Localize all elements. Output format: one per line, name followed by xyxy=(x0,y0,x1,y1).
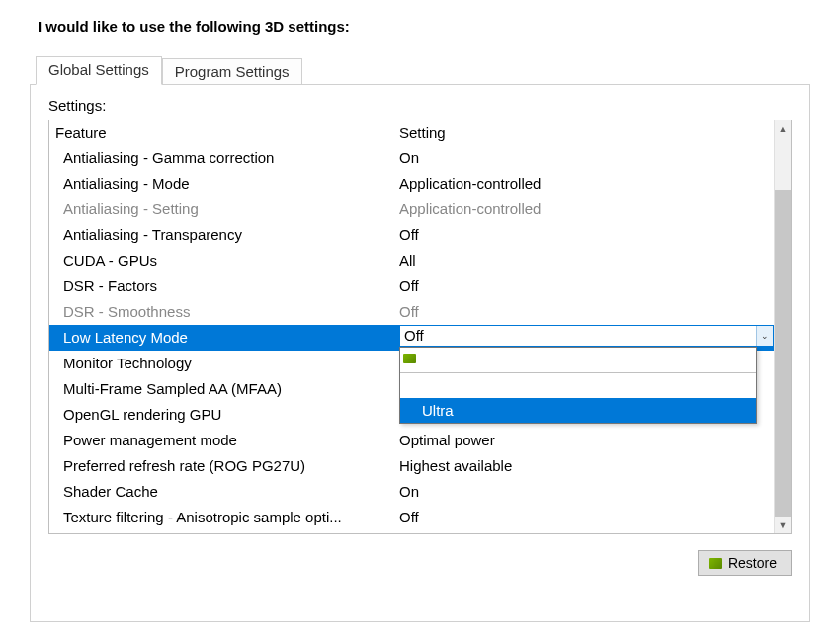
feature-cell: DSR - Smoothness xyxy=(53,301,399,323)
grid-header: Feature Setting xyxy=(49,120,774,145)
table-row[interactable]: DSR - SmoothnessOff xyxy=(49,299,774,325)
table-row[interactable]: Antialiasing - ModeApplication-controlle… xyxy=(49,171,774,197)
feature-cell: Multi-Frame Sampled AA (MFAA) xyxy=(53,378,399,400)
setting-cell: All xyxy=(399,250,774,272)
setting-cell: Application-controlled xyxy=(399,173,774,195)
scroll-up-arrow[interactable]: ▲ xyxy=(775,120,791,137)
table-row[interactable]: Antialiasing - Gamma correctionOn xyxy=(49,145,774,171)
chevron-down-icon[interactable]: ⌄ xyxy=(756,326,773,346)
table-row[interactable]: DSR - FactorsOff xyxy=(49,274,774,299)
feature-cell: Power management mode xyxy=(53,430,399,451)
table-row[interactable]: Preferred refresh rate (ROG PG27U)Highes… xyxy=(49,453,774,479)
settings-panel: Settings: Feature Setting Antialiasing -… xyxy=(30,84,810,622)
tabs: Global Settings Program Settings xyxy=(36,56,810,84)
setting-cell: Allow xyxy=(399,532,774,533)
setting-cell: Off xyxy=(399,224,774,246)
table-row[interactable]: Shader CacheOn xyxy=(49,479,774,505)
feature-cell: Texture filtering - Negative LOD bias xyxy=(53,532,399,533)
feature-cell: Monitor Technology xyxy=(53,353,399,374)
grid-body: Antialiasing - Gamma correctionOnAntiali… xyxy=(49,145,774,533)
feature-cell: DSR - Factors xyxy=(53,276,399,297)
vertical-scrollbar[interactable]: ▲ ▼ xyxy=(774,120,791,533)
dropdown-list[interactable]: OffOnUltra xyxy=(399,347,757,424)
feature-cell: Antialiasing - Setting xyxy=(53,199,399,220)
setting-cell: On xyxy=(399,147,774,169)
setting-cell: On xyxy=(399,481,774,503)
grid-scroll-area: Feature Setting Antialiasing - Gamma cor… xyxy=(49,120,774,533)
tab-global-settings[interactable]: Global Settings xyxy=(36,56,162,85)
restore-row: Restore xyxy=(48,550,792,576)
feature-cell: Low Latency Mode xyxy=(53,327,399,349)
setting-cell: Off xyxy=(399,276,774,297)
table-row[interactable]: CUDA - GPUsAll xyxy=(49,248,774,274)
tab-container: Global Settings Program Settings Setting… xyxy=(30,56,810,622)
settings-grid: Feature Setting Antialiasing - Gamma cor… xyxy=(48,120,792,534)
table-row[interactable]: Power management modeOptimal power xyxy=(49,428,774,453)
feature-cell: Antialiasing - Mode xyxy=(53,173,399,195)
column-header-feature[interactable]: Feature xyxy=(53,124,399,141)
restore-button-label: Restore xyxy=(728,555,777,571)
scroll-thumb[interactable] xyxy=(775,190,791,517)
restore-button[interactable]: Restore xyxy=(698,550,792,576)
combobox-value: Off xyxy=(400,325,756,347)
setting-cell: Highest available xyxy=(399,455,774,477)
feature-cell: CUDA - GPUs xyxy=(53,250,399,272)
table-row[interactable]: Antialiasing - TransparencyOff xyxy=(49,222,774,248)
table-row[interactable]: Texture filtering - Negative LOD biasAll… xyxy=(49,530,774,533)
dropdown-option[interactable]: Ultra xyxy=(400,398,756,423)
feature-cell: Preferred refresh rate (ROG PG27U) xyxy=(53,455,399,477)
setting-cell: Off xyxy=(399,301,774,323)
dropdown-option[interactable]: On xyxy=(400,373,756,398)
setting-combobox[interactable]: Off⌄ xyxy=(399,325,774,347)
table-row[interactable]: Texture filtering - Anisotropic sample o… xyxy=(49,505,774,530)
table-row[interactable]: Low Latency ModeOffOff⌄OffOnUltra xyxy=(49,325,774,351)
setting-cell: Off xyxy=(399,507,774,528)
settings-label: Settings: xyxy=(48,97,792,114)
nvidia-logo-icon xyxy=(709,558,722,569)
column-header-setting[interactable]: Setting xyxy=(399,124,774,141)
page-heading: I would like to use the following 3D set… xyxy=(38,18,810,35)
feature-cell: Antialiasing - Transparency xyxy=(53,224,399,246)
tab-program-settings[interactable]: Program Settings xyxy=(162,58,302,84)
feature-cell: Texture filtering - Anisotropic sample o… xyxy=(53,507,399,528)
scroll-down-arrow[interactable]: ▼ xyxy=(775,517,791,533)
feature-cell: OpenGL rendering GPU xyxy=(53,404,399,426)
feature-cell: Shader Cache xyxy=(53,481,399,503)
table-row[interactable]: Antialiasing - SettingApplication-contro… xyxy=(49,197,774,222)
setting-cell: Optimal power xyxy=(399,430,774,451)
feature-cell: Antialiasing - Gamma correction xyxy=(53,147,399,169)
setting-cell: Application-controlled xyxy=(399,199,774,220)
dropdown-option[interactable]: Off xyxy=(400,348,756,373)
